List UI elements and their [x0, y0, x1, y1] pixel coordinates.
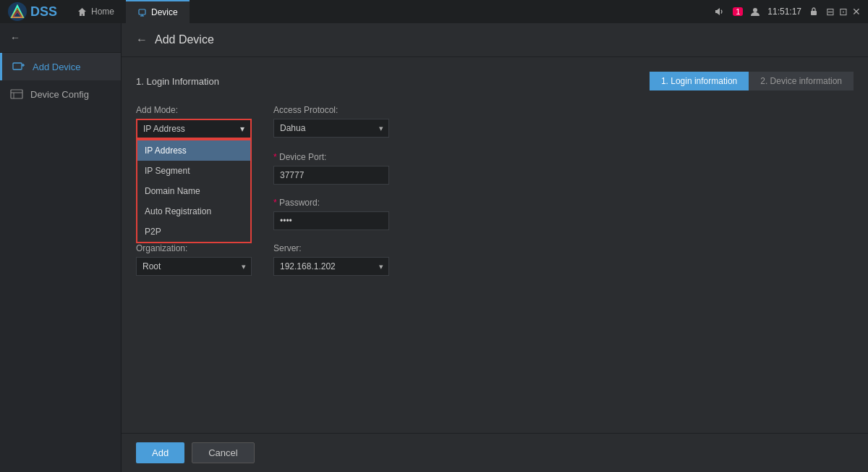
form-section: Add Mode: IP Address ▾ IP Address IP Seg…	[136, 105, 854, 276]
page-title: Add Device	[155, 33, 214, 46]
add-mode-selected: IP Address	[143, 124, 185, 134]
logo: DSS	[7, 1, 57, 22]
organization-group: Organization: Root	[136, 243, 252, 276]
add-mode-group: Add Mode: IP Address ▾ IP Address IP Seg…	[136, 105, 252, 139]
logo-icon	[7, 1, 27, 22]
close-button[interactable]: ✕	[852, 6, 861, 17]
svg-rect-9	[13, 63, 22, 69]
step2-button[interactable]: 2. Device information	[749, 72, 854, 90]
password-group: * Password:	[273, 198, 389, 230]
add-mode-options-list: IP Address IP Segment Domain Name Auto R…	[136, 139, 252, 243]
sidebar: ← Add Device Device Config	[0, 23, 122, 472]
server-select-wrapper: 192.168.1.202	[273, 257, 389, 276]
server-label: Server:	[273, 243, 389, 253]
organization-select-wrapper: Root	[136, 257, 252, 276]
option-ip-segment[interactable]: IP Segment	[137, 161, 250, 181]
window-controls: ⊟ ⊡ ✕	[826, 6, 861, 17]
content-header: ← Add Device	[122, 23, 868, 57]
title-bar-right: 1 11:51:17 ⊟ ⊡ ✕	[714, 6, 861, 17]
device-port-label: * Device Port:	[273, 152, 389, 162]
lock-icon	[809, 7, 819, 17]
home-icon	[77, 7, 87, 17]
title-bar-left: DSS Home Device	[7, 0, 190, 23]
add-mode-label: Add Mode:	[136, 105, 252, 115]
device-config-icon	[10, 88, 23, 101]
notification-badge[interactable]: 1	[733, 7, 743, 16]
option-p2p[interactable]: P2P	[137, 222, 250, 242]
access-protocol-select-wrapper: Dahua ONVIF RTSP	[273, 119, 389, 138]
form-row-1: Add Mode: IP Address ▾ IP Address IP Seg…	[136, 105, 854, 139]
sidebar-back-button[interactable]: ←	[0, 23, 121, 53]
cancel-button[interactable]: Cancel	[192, 442, 254, 463]
password-label: * Password:	[273, 198, 389, 208]
time-display: 11:51:17	[767, 7, 801, 17]
add-mode-dropdown[interactable]: IP Address ▾ IP Address IP Segment Domai…	[136, 119, 252, 139]
option-auto-registration[interactable]: Auto Registration	[137, 201, 250, 222]
page-body: 1. Login Information 1. Login informatio…	[122, 57, 868, 433]
section-title: 1. Login Information	[136, 76, 219, 87]
title-bar: DSS Home Device 1 11:51:17 ⊟ ⊡ ✕	[0, 0, 868, 23]
step1-button[interactable]: 1. Login information	[650, 72, 749, 90]
option-ip-address[interactable]: IP Address	[137, 140, 250, 161]
user-icon	[750, 7, 760, 17]
header-back-icon[interactable]: ←	[136, 33, 148, 46]
add-button[interactable]: Add	[136, 442, 184, 463]
tab-bar: Home Device	[66, 0, 190, 23]
sidebar-add-device-label: Add Device	[33, 62, 80, 72]
dropdown-arrow-icon: ▾	[240, 124, 244, 134]
sidebar-device-config-label: Device Config	[30, 89, 89, 100]
main-layout: ← Add Device Device Config ← Add Device …	[0, 23, 868, 472]
access-protocol-label: Access Protocol:	[273, 105, 389, 115]
option-domain-name[interactable]: Domain Name	[137, 181, 250, 201]
tab-device[interactable]: Device	[126, 0, 190, 23]
server-select[interactable]: 192.168.1.202	[273, 257, 389, 276]
footer-buttons: Add Cancel	[122, 433, 868, 472]
minimize-button[interactable]: ⊟	[826, 6, 835, 17]
organization-label: Organization:	[136, 243, 252, 253]
access-protocol-group: Access Protocol: Dahua ONVIF RTSP	[273, 105, 389, 138]
device-port-input[interactable]	[273, 166, 389, 185]
device-tab-icon	[137, 8, 147, 17]
speaker-icon	[714, 6, 726, 17]
svg-rect-4	[139, 9, 145, 14]
device-port-group: * Device Port:	[273, 152, 389, 185]
back-arrow-icon: ←	[10, 32, 20, 43]
svg-rect-8	[811, 11, 817, 15]
add-mode-trigger[interactable]: IP Address ▾	[136, 119, 252, 139]
content-area: ← Add Device 1. Login Information 1. Log…	[122, 23, 868, 472]
svg-point-7	[753, 8, 757, 12]
tab-home[interactable]: Home	[66, 0, 126, 23]
access-protocol-select[interactable]: Dahua ONVIF RTSP	[273, 119, 389, 138]
steps-header: 1. Login information 2. Device informati…	[650, 72, 854, 90]
form-row-4: Organization: Root Server: 192.168.1.202	[136, 243, 854, 276]
sidebar-item-add-device[interactable]: Add Device	[0, 53, 121, 80]
add-device-icon	[12, 60, 25, 73]
sidebar-item-device-config[interactable]: Device Config	[0, 80, 121, 108]
server-group: Server: 192.168.1.202	[273, 243, 389, 276]
organization-select[interactable]: Root	[136, 257, 252, 276]
restore-button[interactable]: ⊡	[839, 6, 848, 17]
logo-text: DSS	[30, 4, 57, 20]
password-input[interactable]	[273, 211, 389, 230]
svg-rect-12	[11, 90, 22, 98]
